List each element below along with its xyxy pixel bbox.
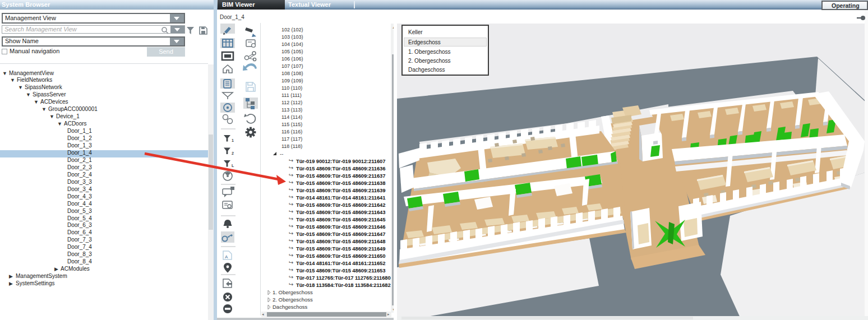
svg-text:2: 2 <box>232 151 234 155</box>
svg-text:1: 1 <box>232 138 234 142</box>
svg-text:L: L <box>232 164 234 168</box>
svg-text:A: A <box>225 254 228 259</box>
